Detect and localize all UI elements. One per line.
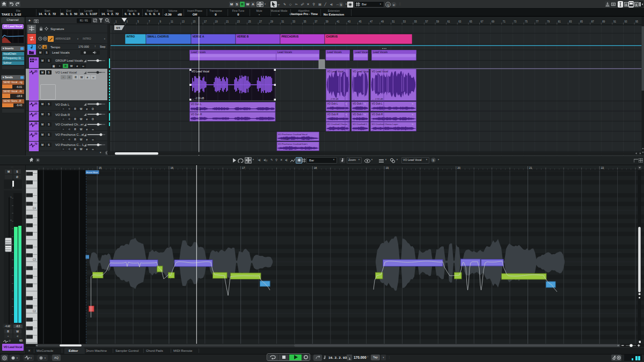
svg-text:43: 43 — [348, 20, 351, 23]
svg-text:4/4: 4/4 — [116, 26, 121, 29]
svg-text:VO Prechorus Crushed Vocal: VO Prechorus Crushed Vocal — [278, 133, 308, 136]
svg-text:VO Crushed C: VO Crushed C — [353, 123, 367, 125]
svg-text:73: 73 — [514, 20, 517, 23]
svg-text:91: 91 — [613, 20, 617, 23]
svg-text:Lead Vocals: Lead Vocals — [191, 50, 206, 54]
svg-text:20: 20 — [457, 166, 460, 169]
svg-text:83: 83 — [569, 20, 572, 23]
svg-text:◡: ◡ — [327, 128, 330, 131]
svg-text:22: 22 — [601, 166, 604, 169]
svg-text:◡: ◡ — [372, 119, 374, 121]
svg-text:65: 65 — [470, 20, 473, 23]
svg-text:C3: C3 — [33, 258, 36, 261]
svg-text:39: 39 — [326, 20, 329, 23]
svg-text:17: 17 — [204, 20, 207, 23]
svg-text:INTRO: INTRO — [127, 35, 135, 38]
svg-text:VO Dub R: VO Dub R — [372, 113, 384, 116]
svg-text:VO Dub I: VO Dub I — [353, 113, 363, 116]
svg-text:◡: ◡ — [279, 147, 281, 150]
svg-text:37: 37 — [314, 20, 318, 23]
svg-text:93: 93 — [625, 20, 628, 23]
svg-text:87: 87 — [591, 20, 595, 23]
svg-text:Lead Vocals: Lead Vocals — [355, 50, 370, 54]
svg-text:35: 35 — [304, 20, 307, 23]
svg-text:◡: ◡ — [353, 108, 355, 110]
svg-text:◡: ◡ — [353, 128, 355, 131]
svg-text:89: 89 — [602, 20, 605, 23]
svg-text:Lead Vocals: Lead Vocals — [373, 50, 388, 54]
svg-text:49: 49 — [381, 20, 384, 23]
svg-text:95: 95 — [635, 20, 639, 23]
svg-text:18: 18 — [314, 166, 317, 169]
svg-text:81: 81 — [558, 20, 561, 23]
svg-text:◡: ◡ — [372, 128, 374, 131]
svg-text:75: 75 — [525, 20, 528, 23]
svg-text:11: 11 — [171, 20, 173, 23]
svg-text:67: 67 — [481, 20, 484, 23]
svg-text:29: 29 — [270, 20, 274, 23]
svg-text:85: 85 — [580, 20, 583, 23]
svg-text:57: 57 — [425, 20, 428, 23]
svg-text:79: 79 — [547, 20, 550, 23]
svg-text:◡: ◡ — [353, 119, 355, 121]
svg-text:VO Dub R: VO Dub R — [327, 113, 339, 116]
svg-text:◡: ◡ — [191, 118, 193, 121]
svg-text:61: 61 — [448, 20, 451, 23]
svg-text:45: 45 — [359, 20, 362, 23]
svg-text:23: 23 — [237, 20, 240, 23]
svg-text:19: 19 — [215, 20, 218, 23]
svg-text:53: 53 — [403, 20, 406, 23]
svg-text:71: 71 — [503, 20, 506, 23]
svg-text:17: 17 — [242, 166, 245, 169]
svg-text:55: 55 — [414, 20, 418, 23]
svg-text:◡ -2.39 dB: ◡ -2.39 dB — [192, 97, 204, 100]
svg-text:21: 21 — [529, 166, 532, 169]
svg-text:Event Start: Event Start — [86, 171, 98, 174]
svg-text:VO Dub L: VO Dub L — [191, 103, 202, 106]
svg-text:◡ -4.8 dB: ◡ -4.8 dB — [191, 108, 201, 111]
svg-text:VO Lead Vocal: VO Lead Vocal — [192, 70, 209, 73]
svg-text:VO Dub I: VO Dub I — [353, 102, 363, 105]
svg-text:VO Crushed Chorus Layer: VO Crushed Chorus Layer — [372, 123, 399, 125]
svg-text:77: 77 — [536, 20, 539, 23]
svg-text:VO Lead Vocal: VO Lead Vocal — [327, 70, 344, 73]
svg-text:15: 15 — [193, 20, 196, 23]
svg-text:◡: ◡ — [372, 108, 374, 110]
svg-text:69: 69 — [492, 20, 495, 23]
svg-text:31: 31 — [281, 20, 284, 23]
svg-text:◡: ◡ — [327, 119, 330, 121]
svg-text:PRECHORUS: PRECHORUS — [282, 35, 299, 38]
svg-text:VO Dub L: VO Dub L — [372, 102, 383, 105]
svg-text:SMALL CHORUS: SMALL CHORUS — [148, 35, 170, 38]
svg-text:59: 59 — [436, 20, 440, 23]
svg-text:25: 25 — [248, 20, 251, 23]
svg-text:Lead Vocals: Lead Vocals — [327, 50, 342, 54]
svg-text:VERSE A: VERSE A — [193, 35, 204, 38]
svg-text:33: 33 — [292, 20, 296, 23]
svg-text:VO Prechorus Crushed Dub L: VO Prechorus Crushed Dub L — [278, 143, 308, 145]
svg-text:C4: C4 — [33, 207, 36, 210]
svg-text:VO Lead Vocal: VO Lead Vocal — [372, 70, 389, 73]
svg-text:◡ -2.93 dB: ◡ -2.93 dB — [372, 98, 383, 100]
svg-text:27: 27 — [259, 20, 262, 23]
svg-text:41: 41 — [336, 20, 340, 23]
svg-text:VO Crushed Chorus: VO Crushed Chorus — [327, 123, 348, 125]
svg-text:◡: ◡ — [353, 98, 355, 100]
svg-text:VERSE B: VERSE B — [237, 35, 249, 38]
svg-text:Lead Vocals: Lead Vocals — [277, 50, 292, 54]
svg-text:C2: C2 — [33, 310, 36, 313]
svg-text:◡ -2.93 dB: ◡ -2.93 dB — [327, 98, 339, 100]
svg-text:51: 51 — [392, 20, 396, 23]
svg-text:VO Lead Voca: VO Lead Voca — [353, 70, 369, 73]
svg-text:VO Dub R: VO Dub R — [191, 113, 203, 116]
svg-text:16: 16 — [170, 166, 173, 169]
svg-text:15: 15 — [99, 166, 102, 169]
svg-text:19: 19 — [386, 166, 389, 169]
svg-text:Q: Q — [387, 3, 390, 6]
svg-text:◡: ◡ — [327, 108, 330, 110]
svg-text:21: 21 — [226, 20, 229, 23]
svg-text:63: 63 — [458, 20, 462, 23]
svg-text:47: 47 — [370, 20, 373, 23]
svg-text:13: 13 — [182, 20, 185, 23]
svg-text:◡ -1.65 dB: ◡ -1.65 dB — [279, 138, 290, 141]
